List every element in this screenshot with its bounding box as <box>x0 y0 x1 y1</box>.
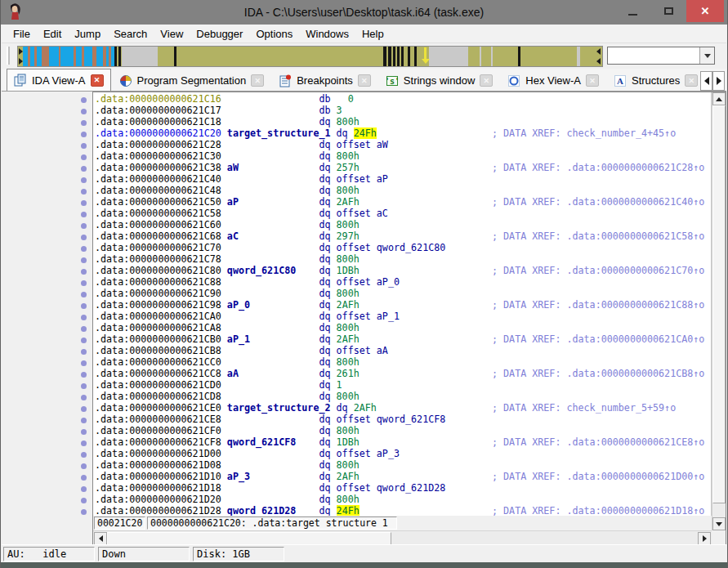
tab-label: Program Segmentation <box>137 74 247 87</box>
tab-program-segmentation[interactable]: Program Segmentation ✕ <box>113 70 271 91</box>
navband-combobox-input[interactable] <box>609 48 699 63</box>
svg-text:'s': 's' <box>386 76 399 85</box>
listing-line[interactable]: .data:0000000000621C88 dq offset aP_0 <box>95 276 711 288</box>
scroll-down-icon[interactable] <box>712 517 726 530</box>
segments-icon <box>119 74 132 87</box>
listing-line[interactable]: .data:0000000000621C40 dq offset aP <box>95 173 711 185</box>
listing-line[interactable]: .data:0000000000621C78 dq 800h <box>95 253 711 265</box>
line-marker-dot <box>81 189 87 195</box>
toolbar-grip-handle[interactable] <box>7 47 10 65</box>
menu-file[interactable]: File <box>7 26 37 42</box>
listing-line[interactable]: .data:0000000000621D28 qword_621D28 dq 2… <box>95 505 711 516</box>
menu-help[interactable]: Help <box>355 26 391 42</box>
hex-view-icon <box>507 74 520 87</box>
scroll-left-icon[interactable] <box>94 532 107 545</box>
tab-close-icon[interactable]: ✕ <box>91 74 104 87</box>
listing-line[interactable]: .data:0000000000621D08 dq 800h <box>95 459 711 471</box>
listing-line[interactable]: .data:0000000000621CB0 aP_1 dq 2AFh; DAT… <box>95 333 711 345</box>
horizontal-scroll-thumb[interactable] <box>107 532 391 545</box>
menu-search[interactable]: Search <box>107 26 154 42</box>
tab-close-icon[interactable]: ✕ <box>480 74 493 87</box>
line-marker-dot <box>81 212 87 217</box>
listing-line[interactable]: .data:0000000000621CA0 dq offset aP_1 <box>95 311 711 322</box>
listing-line[interactable]: .data:0000000000621C17 db 3 <box>95 105 711 116</box>
line-marker-dot <box>81 143 87 149</box>
listing-line[interactable]: .data:0000000000621C70 dq offset qword_6… <box>95 242 711 253</box>
tab-close-icon[interactable]: ✕ <box>586 74 599 87</box>
line-marker-dot <box>81 463 87 469</box>
tab-scroll-right-button[interactable] <box>712 71 725 91</box>
menu-options[interactable]: Options <box>249 26 299 42</box>
horizontal-scrollbar[interactable] <box>93 530 712 545</box>
combobox-dropdown-button[interactable] <box>699 47 714 64</box>
ida-main-window: IDA - C:\Users\user\Desktop\task.i64 (ta… <box>0 0 728 568</box>
scroll-up-icon[interactable] <box>712 92 726 105</box>
close-button[interactable]: ✕ <box>686 0 724 22</box>
listing-line[interactable]: .data:0000000000621C98 aP_0 dq 2AFh; DAT… <box>95 299 711 311</box>
line-marker-dot <box>81 246 87 252</box>
autoanalysis-status: AU: idle <box>3 547 95 561</box>
line-marker-dot <box>81 349 87 355</box>
line-marker-dot <box>81 257 87 263</box>
listing-line[interactable]: .data:0000000000621C38 aW dq 257h; DATA … <box>95 162 711 173</box>
line-marker-dot <box>81 154 87 160</box>
line-marker-dot <box>81 452 87 458</box>
menu-view[interactable]: View <box>154 26 190 42</box>
workspace: .data:0000000000621C16 db 0.data:0000000… <box>2 92 726 543</box>
listing-line[interactable]: .data:0000000000621CD8 dq 800h <box>95 391 711 402</box>
listing-line[interactable]: .data:0000000000621C50 aP dq 2AFh; DATA … <box>95 196 711 208</box>
listing-line[interactable]: .data:0000000000621CC8 aA dq 261h; DATA … <box>95 368 711 379</box>
menu-debugger[interactable]: Debugger <box>190 26 249 42</box>
listing-line[interactable]: .data:0000000000621C28 dq offset aW <box>95 139 711 150</box>
tab-close-icon[interactable]: ✕ <box>358 74 371 87</box>
listing-line[interactable]: .data:0000000000621CF0 dq 800h <box>95 425 711 436</box>
menu-windows[interactable]: Windows <box>299 26 355 42</box>
listing-line[interactable]: .data:0000000000621C58 dq offset aC <box>95 208 711 219</box>
tab-bar: IDA View-A ✕ Program Segmentation ✕ B <box>2 69 726 92</box>
line-marker-dot <box>81 509 87 515</box>
tab-label: IDA View-A <box>32 74 86 87</box>
line-marker-dot <box>81 166 87 172</box>
vertical-scroll-thumb[interactable] <box>712 105 726 503</box>
tab-scroll-left-button[interactable] <box>700 71 712 91</box>
listing-line[interactable]: .data:0000000000621CB8 dq offset aA <box>95 345 711 356</box>
tab-breakpoints[interactable]: Breakpoints ✕ <box>272 70 377 91</box>
listing-line[interactable]: .data:0000000000621CC0 dq 800h <box>95 356 711 368</box>
navigation-band[interactable] <box>18 47 602 66</box>
listing-line[interactable]: .data:0000000000621C20 target_structure_… <box>95 127 711 139</box>
scroll-right-icon[interactable] <box>698 532 711 545</box>
listing-line[interactable]: .data:0000000000621C18 dq 800h <box>95 116 711 127</box>
listing-line[interactable]: .data:0000000000621D20 dq 800h <box>95 494 711 505</box>
listing-line[interactable]: .data:0000000000621CE0 target_structure_… <box>95 402 711 414</box>
listing-line[interactable]: .data:0000000000621D18 dq offset qword_6… <box>95 482 711 494</box>
window-bottom-border <box>1 562 727 568</box>
listing-line[interactable]: .data:0000000000621C30 dq 800h <box>95 150 711 162</box>
tab-ida-view-a[interactable]: IDA View-A ✕ <box>7 69 111 91</box>
navband-combobox[interactable] <box>607 47 715 65</box>
minimize-button[interactable] <box>614 0 650 22</box>
svg-text:A: A <box>617 76 623 86</box>
listing-line[interactable]: .data:0000000000621D00 dq offset aP_3 <box>95 448 711 459</box>
menu-jump[interactable]: Jump <box>68 26 107 42</box>
listing-line[interactable]: .data:0000000000621CF8 qword_621CF8 dq 1… <box>95 436 711 448</box>
tab-close-icon[interactable]: ✕ <box>251 74 264 87</box>
title-bar[interactable]: IDA - C:\Users\user\Desktop\task.i64 (ta… <box>1 0 727 25</box>
listing-line[interactable]: .data:0000000000621C80 qword_621C80 dq 1… <box>95 265 711 276</box>
listing-line[interactable]: .data:0000000000621CE8 dq offset qword_6… <box>95 414 711 425</box>
vertical-scrollbar[interactable] <box>712 92 726 530</box>
tab-structures[interactable]: A Structures ✕ <box>607 70 704 91</box>
menu-edit[interactable]: Edit <box>37 26 68 42</box>
tab-hex-view-a[interactable]: Hex View-A ✕ <box>501 70 605 91</box>
listing-line[interactable]: .data:0000000000621C48 dq 800h <box>95 185 711 196</box>
maximize-button[interactable] <box>650 0 686 22</box>
tab-close-icon[interactable]: ✕ <box>685 74 698 87</box>
listing-line[interactable]: .data:0000000000621D10 aP_3 dq 2AFh; DAT… <box>95 471 711 482</box>
listing-line[interactable]: .data:0000000000621C68 aC dq 297h; DATA … <box>95 230 711 242</box>
listing-line[interactable]: .data:0000000000621C16 db 0 <box>95 93 711 105</box>
listing-line[interactable]: .data:0000000000621C60 dq 800h <box>95 219 711 230</box>
direction-status: Down <box>98 547 190 561</box>
listing-line[interactable]: .data:0000000000621CA8 dq 800h <box>95 322 711 333</box>
listing-line[interactable]: .data:0000000000621C90 dq 800h <box>95 288 711 299</box>
listing-line[interactable]: .data:0000000000621CD0 dq 1 <box>95 379 711 391</box>
tab-strings-window[interactable]: 's' Strings window ✕ <box>379 70 499 91</box>
